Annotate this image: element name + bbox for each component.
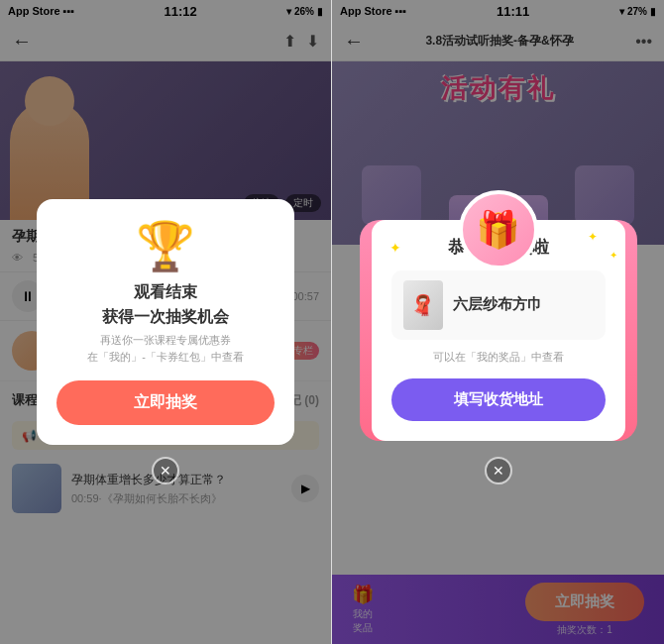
- right-prize-image: 🧣: [403, 280, 443, 330]
- left-popup: 🏆 观看结束 获得一次抽奖机会 再送你一张课程专属优惠券 在「我的」-「卡券红包…: [37, 199, 294, 445]
- left-close-icon: ✕: [160, 463, 171, 479]
- left-popup-overlay: 🏆 观看结束 获得一次抽奖机会 再送你一张课程专属优惠券 在「我的」-「卡券红包…: [0, 0, 331, 644]
- right-popup-overlay: 🎁 ✦ ✦ ✦ 恭喜你中奖啦 🧣 六层纱布方巾 可以在「我的奖品」中查看 填写收…: [332, 0, 664, 644]
- right-close-icon: ✕: [493, 463, 504, 479]
- right-popup: 🎁 ✦ ✦ ✦ 恭喜你中奖啦 🧣 六层纱布方巾 可以在「我的奖品」中查看 填写收…: [360, 220, 637, 441]
- right-address-button[interactable]: 填写收货地址: [391, 378, 606, 421]
- right-prize-name: 六层纱布方巾: [453, 295, 542, 314]
- right-popup-wrapper: 🎁 ✦ ✦ ✦ 恭喜你中奖啦 🧣 六层纱布方巾 可以在「我的奖品」中查看 填写收…: [360, 161, 637, 484]
- left-popup-close[interactable]: ✕: [152, 457, 179, 484]
- sparkle-1: ✦: [389, 240, 401, 256]
- right-prize-icon-container: 🎁: [459, 190, 538, 269]
- right-panel: 技术QQ网 JISHUQQ.COM App Store ▪▪▪ 11:11 ▾ …: [332, 0, 664, 644]
- right-prize-note: 可以在「我的奖品」中查看: [391, 350, 606, 365]
- sparkle-2: ✦: [588, 230, 598, 244]
- left-popup-icon: 🏆: [56, 219, 275, 274]
- prize-item-icon: 🧣: [410, 293, 435, 317]
- trophy-icon: 🏆: [136, 220, 195, 272]
- left-panel: 技术QQ网 JISHUQQ.COM App Store ▪▪▪ 11:12 ▾ …: [0, 0, 332, 644]
- left-popup-title: 观看结束: [56, 282, 275, 303]
- left-popup-note: 再送你一张课程专属优惠券 在「我的」-「卡券红包」中查看: [56, 332, 275, 365]
- left-lottery-button[interactable]: 立即抽奖: [56, 380, 275, 425]
- sparkle-3: ✦: [609, 250, 617, 261]
- gift-icon: 🎁: [476, 209, 520, 251]
- right-prize-item: 🧣 六层纱布方巾: [391, 270, 606, 340]
- right-close-container: ✕: [360, 457, 637, 484]
- left-popup-subtitle: 获得一次抽奖机会: [56, 307, 275, 328]
- right-popup-close[interactable]: ✕: [485, 457, 512, 484]
